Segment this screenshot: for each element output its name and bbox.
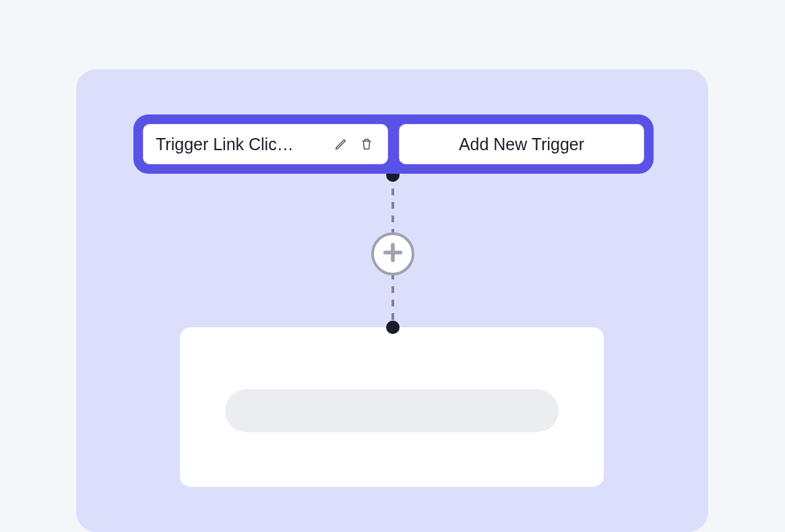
add-trigger-label: Add New Trigger bbox=[459, 135, 584, 154]
step-placeholder bbox=[225, 389, 559, 432]
trash-icon[interactable] bbox=[358, 135, 375, 153]
plus-icon bbox=[381, 241, 404, 267]
connector-line-bottom bbox=[391, 273, 394, 324]
connector-endpoint-bottom bbox=[386, 321, 400, 334]
trigger-bar: Trigger Link Clic… Add New Trigger bbox=[133, 114, 654, 174]
connector-line-top bbox=[391, 175, 394, 232]
pencil-icon[interactable] bbox=[332, 135, 350, 153]
step-card[interactable] bbox=[180, 327, 604, 487]
trigger-label: Trigger Link Clic… bbox=[156, 135, 324, 154]
trigger-pill-existing[interactable]: Trigger Link Clic… bbox=[143, 124, 388, 164]
add-trigger-button[interactable]: Add New Trigger bbox=[399, 124, 644, 164]
add-step-button[interactable] bbox=[371, 232, 414, 275]
